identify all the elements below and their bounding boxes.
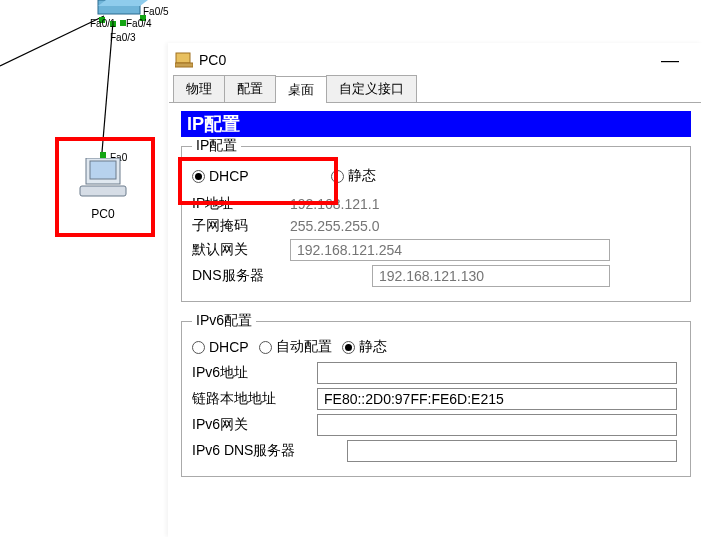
- port-label-fa01: Fa0/1: [90, 18, 116, 29]
- minimize-button[interactable]: —: [661, 50, 679, 71]
- ipv4-legend: IP配置: [192, 137, 241, 155]
- topology-canvas: Fa0/1 Fa0/3 Fa0/4 Fa0/5 Fa0 PC0: [0, 0, 165, 537]
- tab-config[interactable]: 配置: [224, 75, 276, 102]
- highlight-pc0: [55, 137, 155, 237]
- ipv6-dhcp-label: DHCP: [209, 339, 249, 355]
- ipv6-fieldset: IPv6配置 DHCP 自动配置 静态 IPv6地址: [181, 312, 691, 477]
- ipv6-ll-input[interactable]: [317, 388, 677, 410]
- ipv4-fieldset: IP配置 DHCP 静态 IP地址 192.168.121.1 子网掩码 2: [181, 137, 691, 302]
- tabs: 物理 配置 桌面 自定义接口: [169, 77, 701, 103]
- gw-label: 默认网关: [192, 241, 290, 259]
- radio-icon: [259, 341, 272, 354]
- desktop-content: IP配置 IP配置 DHCP 静态 IP地址 192.168.121.1: [169, 103, 701, 477]
- tab-custom[interactable]: 自定义接口: [326, 75, 417, 102]
- svg-line-2: [0, 16, 104, 66]
- tab-desktop[interactable]: 桌面: [275, 76, 327, 103]
- mask-value: 255.255.255.0: [290, 218, 380, 234]
- svg-marker-1: [98, 0, 148, 6]
- ipv4-static-label: 静态: [348, 167, 376, 185]
- ipv6-dhcp-radio[interactable]: DHCP: [192, 339, 249, 355]
- ipv6-ll-label: 链路本地地址: [192, 390, 317, 408]
- dns-input[interactable]: [372, 265, 610, 287]
- titlebar[interactable]: PC0 —: [169, 44, 701, 77]
- dns-label: DNS服务器: [192, 267, 372, 285]
- radio-icon: [342, 341, 355, 354]
- tab-physical[interactable]: 物理: [173, 75, 225, 102]
- ipv6-addr-label: IPv6地址: [192, 364, 317, 382]
- radio-icon: [192, 341, 205, 354]
- port-label-fa04: Fa0/4: [126, 18, 152, 29]
- ipv6-addr-input[interactable]: [317, 362, 677, 384]
- ipv6-legend: IPv6配置: [192, 312, 256, 330]
- ipv6-auto-label: 自动配置: [276, 338, 332, 356]
- highlight-dhcp: [178, 157, 338, 205]
- window-title: PC0: [199, 52, 226, 68]
- ipv6-gw-label: IPv6网关: [192, 416, 317, 434]
- panel-title: IP配置: [181, 111, 691, 137]
- gw-input[interactable]: [290, 239, 610, 261]
- mask-label: 子网掩码: [192, 217, 290, 235]
- ipv6-dns-input[interactable]: [347, 440, 677, 462]
- svg-rect-8: [175, 63, 193, 67]
- pc-window-icon: [175, 52, 193, 68]
- ipv6-dns-label: IPv6 DNS服务器: [192, 442, 347, 460]
- ipv6-auto-radio[interactable]: 自动配置: [259, 338, 332, 356]
- ipv6-static-radio[interactable]: 静态: [342, 338, 387, 356]
- ipv6-gw-input[interactable]: [317, 414, 677, 436]
- ipv6-static-label: 静态: [359, 338, 387, 356]
- pc0-window: PC0 — 物理 配置 桌面 自定义接口 IP配置 IP配置 DHCP 静态: [168, 43, 702, 537]
- port-label-fa05: Fa0/5: [143, 6, 169, 17]
- svg-rect-7: [176, 53, 190, 63]
- port-label-fa03: Fa0/3: [110, 32, 136, 43]
